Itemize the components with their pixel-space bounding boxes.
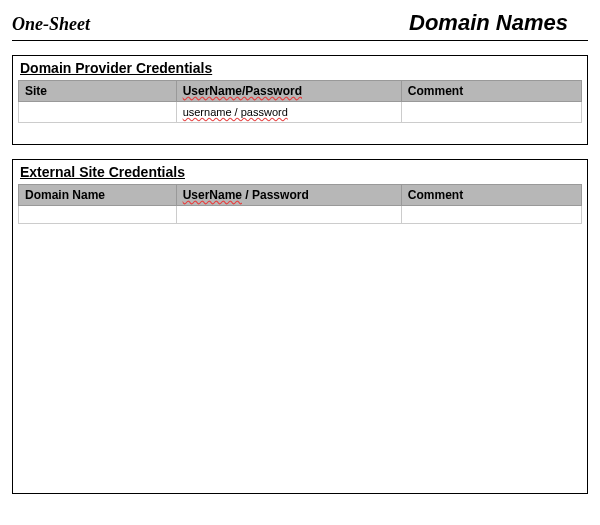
external-credentials-panel: External Site Credentials Domain Name Us… [12,159,588,494]
provider-header-site: Site [19,81,177,102]
provider-cell-userpw: username / password [176,102,401,123]
provider-table: Site UserName/Password Comment username … [18,80,582,123]
provider-credentials-panel: Domain Provider Credentials Site UserNam… [12,55,588,145]
external-header-userpw: UserName / Password [176,185,401,206]
spacer [18,123,582,131]
provider-cell-comment [401,102,581,123]
page-header: One-Sheet Domain Names [12,10,588,41]
provider-panel-title: Domain Provider Credentials [18,60,582,76]
external-header-domain: Domain Name [19,185,177,206]
table-row: username / password [19,102,582,123]
external-panel-title: External Site Credentials [18,164,582,180]
header-right: Domain Names [409,10,568,36]
external-cell-domain [19,206,177,224]
table-row [19,206,582,224]
external-table: Domain Name UserName / Password Comment [18,184,582,224]
external-cell-comment [401,206,581,224]
external-table-header-row: Domain Name UserName / Password Comment [19,185,582,206]
external-cell-userpw [176,206,401,224]
provider-header-comment: Comment [401,81,581,102]
provider-table-header-row: Site UserName/Password Comment [19,81,582,102]
provider-header-userpw: UserName/Password [176,81,401,102]
provider-cell-site [19,102,177,123]
header-left: One-Sheet [12,14,90,35]
external-header-comment: Comment [401,185,581,206]
